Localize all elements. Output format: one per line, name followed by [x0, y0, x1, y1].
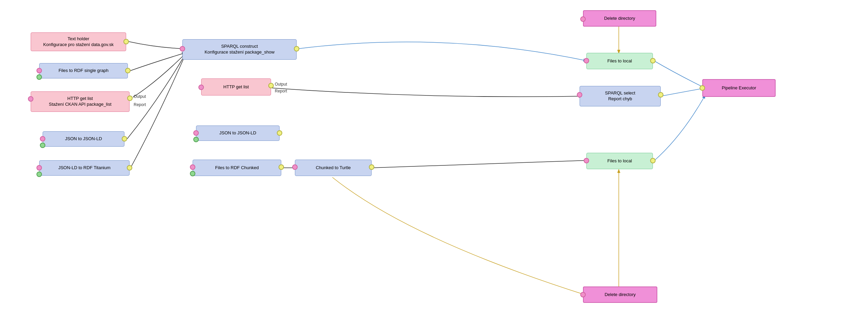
node-files-rdf-chunked-label: Files to RDF Chunked: [215, 165, 259, 171]
port-turtle-out[interactable]: [369, 164, 374, 170]
node-chunked-turtle[interactable]: Chunked to Turtle: [295, 160, 372, 176]
node-delete-dir-bottom-label: Delete directory: [604, 292, 635, 298]
port-json-left-in2[interactable]: [40, 143, 45, 148]
port-files-local-top-out[interactable]: [650, 58, 656, 63]
port-http-mid-out[interactable]: [268, 83, 274, 88]
node-sparql-construct-label: SPARQL construct Konfigurace stažení pac…: [205, 44, 274, 55]
node-files-local-bottom[interactable]: Files to local: [586, 153, 653, 169]
label-report-mid: Report: [275, 89, 287, 93]
port-titanium-in[interactable]: [36, 165, 42, 171]
port-http-left-out[interactable]: [127, 95, 133, 101]
node-jsonld-rdf-titanium-label: JSON-LD to RDF Titanium: [58, 165, 110, 171]
port-delete-top-in[interactable]: [580, 16, 586, 22]
port-files-local-bottom-in[interactable]: [584, 158, 589, 163]
node-files-local-bottom-label: Files to local: [607, 158, 632, 164]
label-output-left: Output: [134, 94, 146, 99]
port-json-mid-out[interactable]: [277, 130, 282, 136]
port-http-mid-in[interactable]: [198, 85, 204, 90]
port-sparql-select-out[interactable]: [658, 92, 663, 98]
port-files-rdf-single-out[interactable]: [125, 68, 131, 73]
port-sparql-select-in[interactable]: [577, 92, 582, 98]
port-chunked-in[interactable]: [190, 164, 195, 170]
port-files-rdf-single-in[interactable]: [36, 68, 42, 73]
port-json-mid-in2[interactable]: [193, 137, 199, 142]
port-chunked-in2[interactable]: [190, 171, 195, 176]
port-delete-bottom-in[interactable]: [580, 292, 586, 297]
node-sparql-construct[interactable]: SPARQL construct Konfigurace stažení pac…: [182, 39, 297, 60]
port-files-local-bottom-out[interactable]: [650, 158, 656, 163]
port-titanium-in2[interactable]: [36, 172, 42, 177]
port-files-rdf-single-in2[interactable]: [36, 74, 42, 80]
port-sparql-construct-out[interactable]: [294, 46, 299, 51]
node-json-jsonld-mid-label: JSON to JSON-LD: [219, 130, 256, 136]
node-http-get-list-left-label: HTTP get list Stažení CKAN API package_l…: [49, 96, 111, 107]
port-chunked-out[interactable]: [279, 164, 284, 170]
node-json-jsonld-left-label: JSON to JSON-LD: [65, 136, 102, 142]
node-sparql-select[interactable]: SPARQL select Report chyb: [580, 86, 661, 106]
node-sparql-select-label: SPARQL select Report chyb: [605, 90, 635, 102]
port-sparql-construct-in[interactable]: [180, 46, 185, 51]
node-files-rdf-single-label: Files to RDF single graph: [59, 68, 109, 74]
canvas: Text holder Konfigurace pro stažení data…: [0, 0, 868, 324]
port-json-left-out[interactable]: [122, 136, 127, 142]
node-http-get-list-mid-label: HTTP get list: [223, 84, 249, 90]
port-titanium-out[interactable]: [127, 165, 132, 171]
node-json-jsonld-mid[interactable]: JSON to JSON-LD: [196, 126, 280, 141]
port-turtle-in[interactable]: [292, 164, 298, 170]
arrows-svg: [0, 0, 868, 324]
node-files-local-top[interactable]: Files to local: [586, 53, 653, 69]
node-delete-dir-top-label: Delete directory: [604, 16, 635, 21]
node-delete-dir-bottom[interactable]: Delete directory: [583, 286, 657, 303]
node-files-rdf-chunked[interactable]: Files to RDF Chunked: [193, 160, 281, 176]
port-json-left-in[interactable]: [40, 136, 45, 142]
node-files-rdf-single[interactable]: Files to RDF single graph: [39, 63, 128, 78]
node-files-local-top-label: Files to local: [607, 58, 632, 64]
node-http-get-list-mid[interactable]: HTTP get list: [201, 78, 271, 95]
node-delete-dir-top[interactable]: Delete directory: [583, 10, 656, 27]
label-output-mid: Output: [275, 82, 287, 87]
node-json-jsonld-left[interactable]: JSON to JSON-LD: [43, 131, 124, 147]
port-json-mid-in[interactable]: [193, 130, 199, 136]
node-text-holder-label: Text holder Konfigurace pro stažení data…: [43, 36, 114, 48]
node-pipeline-executor-label: Pipeline Executor: [722, 85, 756, 91]
port-text-holder-out[interactable]: [123, 39, 129, 44]
port-pipeline-in[interactable]: [700, 85, 705, 91]
port-http-left-in[interactable]: [28, 96, 33, 102]
port-files-local-top-in[interactable]: [584, 58, 589, 63]
label-report-left: Report: [134, 102, 146, 107]
node-pipeline-executor[interactable]: Pipeline Executor: [702, 79, 776, 97]
node-text-holder[interactable]: Text holder Konfigurace pro stažení data…: [31, 32, 126, 51]
node-http-get-list-left[interactable]: HTTP get list Stažení CKAN API package_l…: [31, 91, 130, 112]
node-chunked-turtle-label: Chunked to Turtle: [316, 165, 351, 171]
node-jsonld-rdf-titanium[interactable]: JSON-LD to RDF Titanium: [39, 160, 130, 176]
